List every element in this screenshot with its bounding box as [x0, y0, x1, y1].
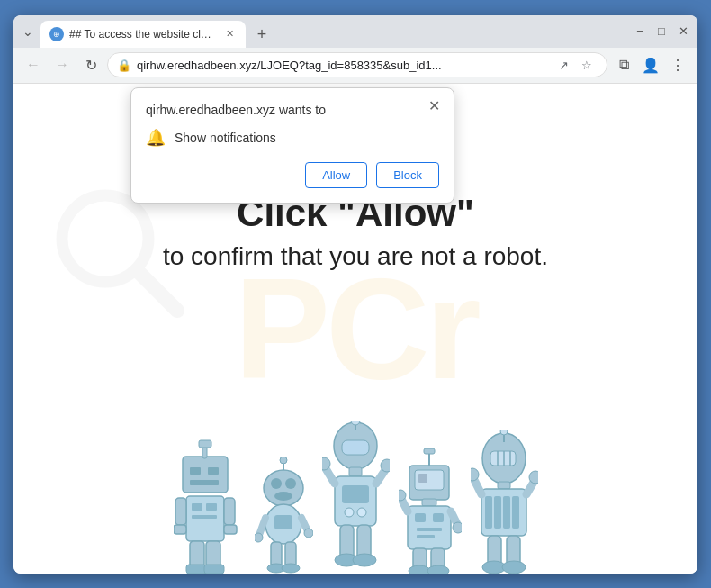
svg-point-87: [471, 468, 479, 481]
profile-icon[interactable]: 👤: [638, 52, 663, 77]
share-icon[interactable]: ↗: [553, 54, 574, 76]
tab-title: ## To access the website click th…: [69, 28, 213, 41]
svg-rect-73: [490, 451, 516, 466]
svg-rect-83: [503, 496, 510, 529]
heading-line2: to confirm that you are not a robot.: [163, 242, 548, 271]
svg-rect-7: [199, 440, 212, 448]
forward-button[interactable]: →: [50, 52, 75, 77]
refresh-icon: ↻: [86, 57, 97, 74]
svg-rect-2: [183, 457, 228, 493]
lock-icon: 🔒: [117, 59, 131, 72]
svg-rect-4: [208, 467, 219, 475]
svg-rect-15: [224, 525, 237, 534]
close-button[interactable]: ✕: [676, 24, 690, 39]
page-text: Click "Allow" to confirm that you are no…: [163, 192, 548, 271]
svg-rect-62: [417, 528, 442, 531]
dialog-title: qirhw.eredhadbeen.xyz wants to: [146, 103, 439, 117]
robot-3: [322, 421, 390, 574]
svg-point-70: [409, 565, 430, 574]
svg-rect-37: [342, 440, 369, 455]
svg-rect-12: [176, 498, 186, 525]
svg-point-30: [255, 533, 263, 542]
nav-bar: ← → ↻ 🔒 qirhw.eredhadbeen.xyz/LJOEQ?tag_…: [14, 48, 698, 84]
url-text: qirhw.eredhadbeen.xyz/LJOEQ?tag_id=85833…: [137, 59, 547, 72]
dialog-option: 🔔 Show notifications: [146, 128, 439, 148]
svg-point-71: [428, 565, 449, 574]
allow-button[interactable]: Allow: [305, 162, 367, 188]
svg-rect-58: [422, 499, 436, 506]
svg-point-25: [280, 457, 287, 464]
svg-rect-14: [174, 525, 186, 534]
svg-point-47: [322, 457, 330, 470]
forward-icon: →: [55, 57, 69, 73]
svg-rect-63: [417, 535, 435, 538]
notification-dialog: ✕ qirhw.eredhadbeen.xyz wants to 🔔 Show …: [130, 87, 454, 204]
svg-point-92: [502, 561, 526, 574]
svg-point-88: [529, 471, 538, 484]
back-button[interactable]: ←: [21, 52, 46, 77]
dialog-close-button[interactable]: ✕: [423, 95, 445, 117]
robot-4: [399, 443, 462, 574]
svg-rect-55: [418, 474, 428, 483]
svg-point-48: [381, 459, 390, 472]
chevron-down-icon[interactable]: ⌄: [21, 24, 35, 39]
sidebar-icon[interactable]: ⧉: [611, 52, 636, 77]
svg-rect-84: [512, 496, 519, 529]
svg-rect-27: [274, 515, 292, 529]
minimize-button[interactable]: −: [633, 24, 647, 39]
address-actions: ↗ ☆: [553, 54, 598, 76]
svg-point-66: [399, 490, 406, 501]
svg-rect-82: [494, 496, 501, 529]
svg-rect-79: [498, 482, 510, 489]
tab-favicon: ⊕: [50, 27, 64, 41]
svg-point-52: [353, 554, 376, 566]
menu-icon[interactable]: ⋮: [665, 52, 690, 77]
svg-point-35: [282, 564, 300, 573]
svg-rect-57: [424, 448, 435, 454]
svg-rect-81: [485, 496, 492, 529]
active-tab[interactable]: ⊕ ## To access the website click th… ✕: [40, 21, 246, 48]
svg-point-31: [304, 529, 313, 538]
svg-rect-11: [192, 515, 217, 519]
svg-point-0: [62, 195, 148, 282]
option-label: Show notifications: [175, 131, 276, 145]
new-tab-button[interactable]: +: [249, 23, 274, 48]
bookmark-icon[interactable]: ☆: [576, 54, 598, 76]
bell-icon: 🔔: [146, 128, 166, 148]
svg-rect-60: [415, 513, 426, 522]
svg-rect-5: [190, 480, 219, 485]
svg-point-22: [285, 478, 296, 489]
back-icon: ←: [26, 57, 40, 73]
address-bar[interactable]: 🔒 qirhw.eredhadbeen.xyz/LJOEQ?tag_id=858…: [107, 52, 608, 77]
svg-rect-10: [206, 503, 217, 511]
tab-close-button[interactable]: ✕: [222, 27, 237, 41]
svg-rect-61: [433, 513, 444, 522]
svg-rect-42: [342, 485, 369, 503]
robot-5: [471, 430, 538, 574]
svg-rect-18: [186, 565, 206, 574]
refresh-button[interactable]: ↻: [78, 52, 104, 77]
page-content: PCr ✕ qirhw.eredhadbeen.xyz wants to 🔔 S…: [14, 84, 698, 574]
dialog-buttons: Allow Block: [146, 162, 439, 188]
svg-rect-19: [204, 565, 224, 574]
tab-area: ⊕ ## To access the website click th… ✕ +: [40, 15, 633, 48]
maximize-button[interactable]: □: [654, 24, 669, 39]
svg-point-78: [500, 430, 508, 435]
svg-point-23: [274, 492, 292, 501]
svg-line-1: [137, 270, 177, 311]
robot-2: [255, 457, 313, 574]
block-button[interactable]: Block: [376, 162, 439, 188]
svg-point-43: [345, 508, 354, 517]
svg-point-21: [271, 478, 282, 489]
title-bar: ⌄ ⊕ ## To access the website click th… ✕…: [14, 15, 698, 48]
svg-point-67: [453, 522, 462, 533]
nav-extra: ⧉ 👤 ⋮: [611, 52, 690, 77]
svg-point-44: [357, 508, 366, 517]
window-controls: − □ ✕: [633, 24, 690, 39]
svg-rect-13: [224, 498, 235, 525]
robot-1: [174, 430, 246, 574]
svg-rect-9: [192, 503, 202, 511]
robots-illustration: [122, 357, 590, 574]
svg-rect-3: [190, 467, 201, 475]
svg-rect-40: [349, 467, 362, 476]
